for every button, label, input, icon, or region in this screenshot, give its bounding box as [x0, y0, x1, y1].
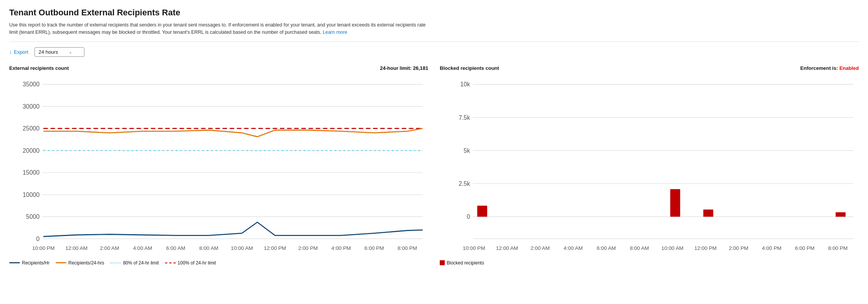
left-chart-limit: 24-hour limit: 26,181 — [380, 65, 428, 71]
svg-text:15000: 15000 — [23, 169, 40, 176]
svg-text:2:00 PM: 2:00 PM — [729, 245, 748, 251]
svg-text:2:00 AM: 2:00 AM — [531, 245, 550, 251]
svg-text:10:00 PM: 10:00 PM — [463, 245, 485, 251]
svg-text:6:00 PM: 6:00 PM — [795, 245, 815, 251]
svg-text:12:00 AM: 12:00 AM — [66, 245, 88, 251]
svg-text:4:00 AM: 4:00 AM — [133, 245, 152, 251]
enforcement-label: Enforcement is: Enabled — [800, 65, 859, 71]
right-chart-title: Blocked recipients count — [440, 65, 499, 71]
left-chart-container: External recipients count 24-hour limit:… — [9, 65, 428, 266]
learn-more-link[interactable]: Learn more — [323, 30, 347, 35]
time-period-dropdown[interactable]: 24 hours ⌄ — [35, 47, 84, 57]
legend-label-100pct: 100% of 24-hr limit — [178, 260, 216, 266]
toolbar: ↓ Export 24 hours ⌄ — [9, 47, 859, 57]
legend-blocked-recipients: Blocked recipients — [440, 260, 484, 266]
legend-label-recipients-24hrs: Recipients/24-hrs — [68, 260, 104, 266]
charts-row: External recipients count 24-hour limit:… — [9, 65, 859, 266]
section-divider — [9, 41, 859, 42]
svg-rect-43 — [703, 209, 713, 216]
right-chart-area: 10k 7.5k 5k 2.5k 0 — [440, 73, 859, 256]
legend-line-blue — [9, 262, 20, 263]
svg-text:12:00 PM: 12:00 PM — [694, 245, 716, 251]
export-label: Export — [14, 49, 28, 55]
svg-text:10:00 PM: 10:00 PM — [32, 245, 54, 251]
left-chart-title: External recipients count — [9, 65, 69, 71]
page-title: Tenant Outbound External Recipients Rate — [9, 8, 859, 18]
svg-text:6:00 AM: 6:00 AM — [597, 245, 616, 251]
svg-text:12:00 AM: 12:00 AM — [496, 245, 518, 251]
svg-text:10:00 AM: 10:00 AM — [662, 245, 684, 251]
legend-100pct: 100% of 24-hr limit — [165, 260, 216, 266]
svg-text:10:00 AM: 10:00 AM — [231, 245, 253, 251]
svg-text:12:00 PM: 12:00 PM — [264, 245, 286, 251]
svg-text:10k: 10k — [460, 81, 470, 88]
svg-text:5k: 5k — [464, 147, 470, 154]
enforcement-status: Enabled — [839, 65, 859, 71]
svg-text:5000: 5000 — [26, 213, 40, 220]
svg-text:25000: 25000 — [23, 125, 40, 132]
svg-text:2:00 PM: 2:00 PM — [298, 245, 318, 251]
svg-text:2:00 AM: 2:00 AM — [100, 245, 119, 251]
svg-text:0: 0 — [36, 235, 40, 242]
left-chart-area: 35000 30000 25000 20000 15000 10000 5000… — [9, 73, 428, 256]
chevron-down-icon: ⌄ — [69, 50, 72, 55]
svg-text:8:00 PM: 8:00 PM — [828, 245, 848, 251]
left-chart-svg: 35000 30000 25000 20000 15000 10000 5000… — [9, 73, 428, 255]
svg-text:20000: 20000 — [23, 147, 40, 154]
right-chart-legend: Blocked recipients — [440, 260, 859, 266]
right-chart-svg: 10k 7.5k 5k 2.5k 0 — [440, 73, 859, 255]
legend-dot-blue — [110, 263, 121, 263]
right-chart-container: Blocked recipients count Enforcement is:… — [440, 65, 859, 266]
legend-label-80pct: 80% of 24-hr limit — [123, 260, 158, 266]
legend-sq-red — [440, 260, 445, 265]
right-chart-header: Blocked recipients count Enforcement is:… — [440, 65, 859, 71]
svg-text:4:00 PM: 4:00 PM — [762, 245, 782, 251]
svg-rect-42 — [670, 189, 680, 216]
left-chart-legend: Recipients/Hr Recipients/24-hrs 80% of 2… — [9, 260, 428, 266]
legend-recipients-hr: Recipients/Hr — [9, 260, 50, 266]
legend-recipients-24hrs: Recipients/24-hrs — [56, 260, 104, 266]
svg-text:8:00 PM: 8:00 PM — [398, 245, 417, 251]
legend-line-orange — [56, 262, 66, 263]
legend-label-blocked: Blocked recipients — [447, 260, 484, 266]
svg-text:30000: 30000 — [23, 103, 40, 109]
export-button[interactable]: ↓ Export — [9, 49, 28, 55]
svg-text:10000: 10000 — [23, 191, 40, 198]
svg-text:0: 0 — [467, 213, 470, 220]
left-chart-header: External recipients count 24-hour limit:… — [9, 65, 428, 71]
svg-text:8:00 AM: 8:00 AM — [199, 245, 218, 251]
page-description: Use this report to track the number of e… — [9, 21, 431, 36]
svg-text:7.5k: 7.5k — [459, 114, 470, 121]
svg-rect-44 — [836, 212, 846, 216]
svg-text:2.5k: 2.5k — [459, 180, 470, 187]
export-icon: ↓ — [9, 49, 12, 55]
svg-text:4:00 PM: 4:00 PM — [332, 245, 351, 251]
svg-text:8:00 AM: 8:00 AM — [630, 245, 649, 251]
svg-text:6:00 PM: 6:00 PM — [365, 245, 384, 251]
legend-dash-red — [165, 263, 176, 263]
svg-text:4:00 AM: 4:00 AM — [564, 245, 583, 251]
time-period-value: 24 hours — [39, 49, 58, 55]
legend-label-recipients-hr: Recipients/Hr — [22, 260, 50, 266]
svg-rect-41 — [477, 205, 487, 216]
legend-80pct: 80% of 24-hr limit — [110, 260, 158, 266]
svg-text:35000: 35000 — [23, 81, 40, 88]
svg-text:6:00 AM: 6:00 AM — [166, 245, 185, 251]
